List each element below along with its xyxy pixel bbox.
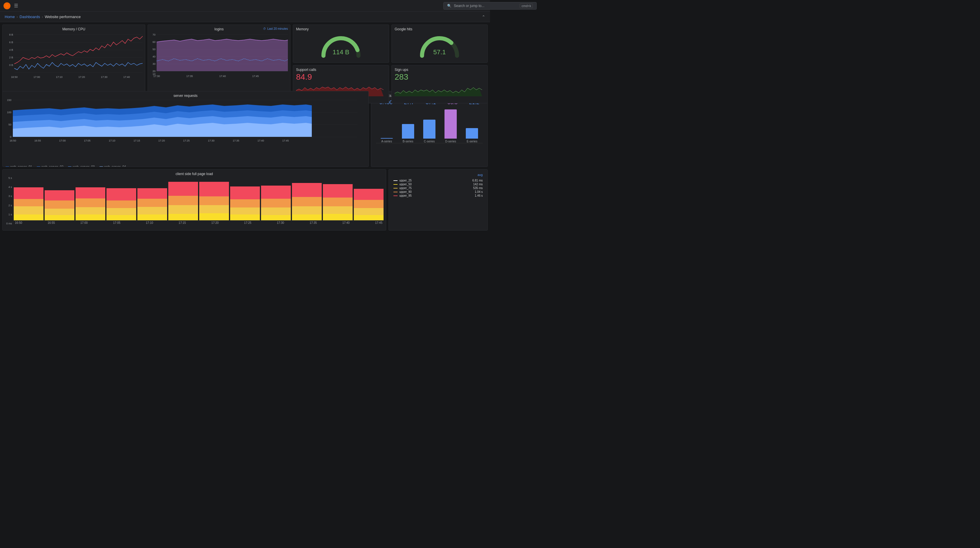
breadcrumb-sep2: › [42, 14, 43, 19]
memory-gauge-svg: 114 B [318, 32, 364, 60]
support-calls-title: Support calls [296, 68, 386, 72]
legend-upper25: upper_25 6.81 ms [393, 179, 483, 182]
logins-chart: 70 60 50 40 30 20 10 17:30 17:35 17:40 1… [148, 32, 291, 93]
memory-gauge-container: 114 B [296, 32, 386, 60]
bar-1730 [261, 186, 291, 220]
upper75-icon [393, 188, 398, 188]
svg-text:2%: 2% [145, 60, 145, 63]
svg-text:16:55: 16:55 [34, 139, 41, 142]
bar-d-label: D-series [445, 140, 456, 143]
memory-cpu-chart: 8 B 6 B 4 B 2 B 0 B 6% 5% 4% 3% 2% 1% 0%… [3, 32, 145, 93]
legend-upper90: upper_90 1.04 s [393, 190, 483, 193]
svg-text:4 B: 4 B [9, 48, 13, 51]
server-requests-legend: web_server_01 web_server_02 web_server_0… [3, 164, 368, 167]
ws04-icon [99, 166, 103, 167]
svg-text:150: 150 [7, 99, 11, 102]
sign-ups-title: Sign ups [395, 68, 484, 72]
svg-text:5%: 5% [145, 40, 145, 43]
page-load-y-axis: 5 s 4 s 3 s 2 s 1 s 0 ms [5, 177, 14, 225]
svg-text:17:35: 17:35 [233, 139, 239, 142]
google-hits-gauge-title: Google hits [395, 27, 412, 31]
sign-ups-value: 283 [395, 72, 484, 82]
svg-text:17:10: 17:10 [56, 76, 63, 78]
memory-gauge-panel: Memory 114 B [293, 24, 389, 63]
sign-ups-sparkline [395, 82, 484, 102]
svg-text:17:00: 17:00 [59, 139, 66, 142]
svg-text:17:05: 17:05 [84, 139, 91, 142]
collapse-icon[interactable]: ⌃ [482, 14, 485, 19]
svg-text:6%: 6% [145, 33, 145, 36]
svg-text:17:30: 17:30 [153, 75, 160, 78]
memory-cpu-title: Memory / CPU [3, 25, 145, 32]
row-3: client side full page load 5 s 4 s 3 s 2… [2, 169, 488, 231]
bar-1725 [230, 186, 260, 220]
search-container: 🔍 Search or jump to... cmd+k [443, 2, 490, 10]
svg-text:50: 50 [8, 123, 11, 126]
svg-text:17:40: 17:40 [123, 76, 130, 78]
menu-icon[interactable]: ☰ [14, 3, 18, 8]
legend-upper75: upper_75 535 ms [393, 186, 483, 190]
signups-sparkline-svg [395, 82, 484, 96]
page-load-panel: client side full page load 5 s 4 s 3 s 2… [2, 169, 386, 231]
legend-ws03: web_server_03 [68, 165, 94, 167]
bar-a-label: A-series [381, 140, 392, 143]
google-hits-gauge-svg: 57.1 [416, 32, 463, 60]
sign-ups-panel: Sign ups 283 [391, 65, 488, 103]
svg-text:2 B: 2 B [9, 56, 13, 59]
grafana-logo-icon[interactable] [3, 2, 11, 10]
bar-1740 [323, 184, 353, 220]
bar-1715 [168, 182, 198, 220]
page-load-stacked-bars [14, 177, 383, 220]
svg-text:17:45: 17:45 [282, 139, 289, 142]
bar-1720 [199, 182, 229, 220]
bar-1655 [45, 190, 75, 220]
svg-text:17:25: 17:25 [183, 139, 190, 142]
ws03-icon [68, 166, 72, 167]
bar-1745 [354, 189, 383, 220]
bar-c-label: C-series [424, 140, 434, 143]
page-load-content: 5 s 4 s 3 s 2 s 1 s 0 ms [3, 169, 386, 225]
breadcrumb-current: Website performance [45, 14, 81, 19]
legend-upper95: upper_95 1.46 s [393, 194, 483, 197]
breadcrumb-dashboards[interactable]: Dashboards [19, 14, 40, 19]
search-placeholder: Search or jump to... [454, 4, 484, 8]
svg-text:4%: 4% [145, 47, 145, 49]
bar-c-series: C-series [423, 119, 436, 143]
bar-a-series: A-series [381, 138, 393, 143]
server-requests-chart: 150 100 50 0 16:50 16:55 17:00 17:05 17:… [3, 97, 368, 163]
svg-text:50: 50 [153, 48, 156, 51]
svg-text:40: 40 [153, 55, 156, 58]
bar-d-rect [444, 110, 457, 139]
svg-text:17:40: 17:40 [220, 75, 226, 78]
svg-text:17:20: 17:20 [158, 139, 165, 142]
bar-e-series: E-series [466, 128, 478, 143]
svg-text:16:50: 16:50 [11, 76, 18, 78]
svg-text:17:30: 17:30 [208, 139, 215, 142]
breadcrumb-nav: Home › Dashboards › Website performance [5, 14, 81, 19]
svg-text:60: 60 [153, 41, 156, 43]
search-box[interactable]: 🔍 Search or jump to... cmd+k [443, 2, 490, 10]
bar-1735 [292, 183, 322, 220]
svg-text:16:50: 16:50 [10, 139, 16, 142]
bar-1700 [76, 187, 105, 220]
google-hits-gauge-panel: Google hits 57.1 [391, 24, 488, 63]
svg-text:30: 30 [153, 62, 156, 65]
svg-text:0: 0 [10, 135, 11, 138]
bar-a-rect [381, 138, 393, 139]
upper25-icon [393, 180, 398, 181]
page-load-title: client side full page load [3, 169, 386, 177]
bar-1650 [14, 187, 43, 220]
bar-b-series: B-series [402, 124, 414, 143]
svg-text:20: 20 [153, 70, 156, 73]
legend-ws02: web_server_02 [37, 165, 63, 167]
svg-text:8 B: 8 B [9, 33, 13, 36]
page-load-x-axis: 16:50 16:55 17:00 17:05 17:10 17:15 17:2… [14, 221, 383, 225]
bar-d-series: D-series [444, 110, 457, 143]
logins-title: logins ⏱ Last 20 minutes [148, 25, 290, 32]
svg-text:17:35: 17:35 [186, 75, 193, 78]
svg-text:17:00: 17:00 [33, 76, 40, 78]
svg-text:3%: 3% [145, 53, 145, 56]
bar-e-rect [466, 128, 478, 139]
page-load-legend-panel: avg upper_25 6.81 ms upper_50 142 ms [388, 169, 488, 231]
breadcrumb-home[interactable]: Home [5, 14, 15, 19]
